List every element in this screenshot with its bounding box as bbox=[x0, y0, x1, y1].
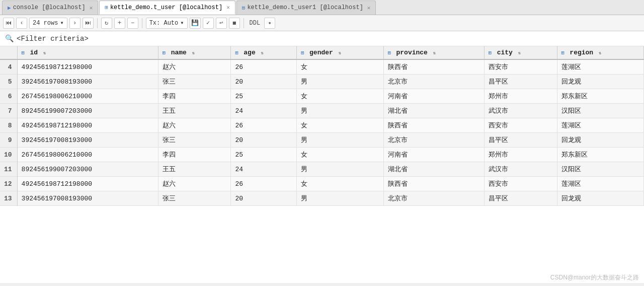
col-province[interactable]: ⊞ province ⇅ bbox=[383, 46, 484, 59]
col-rownum bbox=[0, 46, 17, 59]
nav-prev-button[interactable]: ‹ bbox=[16, 18, 27, 29]
cell-age: 20 bbox=[231, 75, 297, 89]
col-id-label: id bbox=[30, 49, 38, 56]
data-table: ⊞ id ⇅ ⊞ name ⇅ ⊞ age ⇅ ⊞ gender ⇅ bbox=[0, 46, 644, 206]
table-row[interactable]: 10 267456198006210000 李四 25 女 河南省 郑州市 郑东… bbox=[0, 148, 644, 162]
col-age-label: age bbox=[244, 49, 255, 56]
separator-2 bbox=[142, 18, 142, 28]
col-city[interactable]: ⊞ city ⇅ bbox=[484, 46, 557, 59]
col-id-sort[interactable]: ⇅ bbox=[43, 51, 46, 56]
table-row[interactable]: 8 492456198712198000 赵六 26 女 陕西省 西安市 莲湖区 bbox=[0, 118, 644, 133]
cell-gender: 男 bbox=[297, 75, 383, 89]
col-age[interactable]: ⊞ age ⇅ bbox=[231, 46, 297, 59]
cell-city: 昌平区 bbox=[484, 191, 557, 206]
col-name-icon: ⊞ bbox=[163, 50, 166, 56]
cell-age: 26 bbox=[231, 177, 297, 191]
cell-region: 汉阳区 bbox=[557, 104, 643, 118]
console-icon: ▶ bbox=[8, 5, 11, 11]
cell-province: 陕西省 bbox=[383, 118, 484, 133]
rows-dropdown[interactable]: 24 rows ▾ bbox=[29, 18, 67, 29]
table-row[interactable]: 5 392456197008193000 张三 20 男 北京市 昌平区 回龙观 bbox=[0, 75, 644, 89]
nav-first-button[interactable]: ⏮ bbox=[3, 18, 14, 29]
table-row[interactable]: 9 392456197008193000 张三 20 男 北京市 昌平区 回龙观 bbox=[0, 133, 644, 148]
tab-bar: ▶ console [@localhost] ✕ ⊞ kettle_demo.t… bbox=[0, 0, 644, 15]
cell-province: 北京市 bbox=[383, 133, 484, 148]
cell-rownum: 11 bbox=[0, 162, 17, 177]
col-region[interactable]: ⊞ region ⇅ bbox=[557, 46, 643, 59]
ddl-settings-button[interactable]: ✦ bbox=[264, 18, 275, 29]
nav-last-button[interactable]: ⏭ bbox=[83, 18, 94, 29]
filter-bar: 🔍 <Filter criteria> bbox=[0, 31, 644, 46]
tab-console-close[interactable]: ✕ bbox=[90, 5, 93, 11]
col-region-icon: ⊞ bbox=[561, 50, 565, 56]
cell-name: 张三 bbox=[158, 133, 231, 148]
col-province-icon: ⊞ bbox=[388, 50, 391, 56]
cell-age: 20 bbox=[231, 191, 297, 206]
col-gender-sort[interactable]: ⇅ bbox=[339, 51, 341, 56]
tab-t-user1-close[interactable]: ✕ bbox=[367, 5, 371, 11]
cell-rownum: 4 bbox=[0, 59, 17, 75]
table-row[interactable]: 12 492456198712198000 赵六 26 女 陕西省 西安市 莲湖… bbox=[0, 177, 644, 191]
tab-t-user1-label: kettle_demo.t_user1 [@localhost] bbox=[247, 4, 363, 11]
cell-city: 昌平区 bbox=[484, 133, 557, 148]
cell-rownum: 5 bbox=[0, 75, 17, 89]
table-row[interactable]: 6 267456198006210000 李四 25 女 河南省 郑州市 郑东新… bbox=[0, 89, 644, 104]
table-container[interactable]: ⊞ id ⇅ ⊞ name ⇅ ⊞ age ⇅ ⊞ gender ⇅ bbox=[0, 46, 644, 283]
cell-gender: 女 bbox=[297, 89, 383, 104]
tab-t-user1[interactable]: ⊞ kettle_demo.t_user1 [@localhost] ✕ bbox=[236, 1, 376, 15]
tx-label: Tx: Auto bbox=[149, 20, 179, 27]
cell-age: 25 bbox=[231, 89, 297, 104]
cell-name: 赵六 bbox=[158, 118, 231, 133]
cancel-button[interactable]: ◼ bbox=[229, 18, 240, 29]
refresh-button[interactable]: ↻ bbox=[101, 18, 112, 29]
cell-name: 张三 bbox=[158, 191, 231, 206]
toolbar: ⏮ ‹ 24 rows ▾ › ⏭ ↻ + − Tx: Auto ▾ 💾 ✓ ↩… bbox=[0, 15, 644, 31]
cell-gender: 女 bbox=[297, 148, 383, 162]
tab-t-user[interactable]: ⊞ kettle_demo.t_user [@localhost] ✕ bbox=[99, 1, 235, 15]
t-user1-icon: ⊞ bbox=[242, 5, 246, 11]
add-row-button[interactable]: + bbox=[114, 18, 125, 29]
cell-age: 25 bbox=[231, 148, 297, 162]
cell-id: 892456199007203000 bbox=[17, 104, 158, 118]
cell-city: 西安市 bbox=[484, 59, 557, 75]
col-age-icon: ⊞ bbox=[235, 50, 238, 56]
table-row[interactable]: 4 492456198712198000 赵六 26 女 陕西省 西安市 莲湖区 bbox=[0, 59, 644, 75]
ddl-label[interactable]: DDL bbox=[248, 20, 263, 27]
table-row[interactable]: 11 892456199007203000 王五 24 男 湖北省 武汉市 汉阳… bbox=[0, 162, 644, 177]
table-row[interactable]: 7 892456199007203000 王五 24 男 湖北省 武汉市 汉阳区 bbox=[0, 104, 644, 118]
cell-gender: 男 bbox=[297, 191, 383, 206]
col-gender[interactable]: ⊞ gender ⇅ bbox=[297, 46, 383, 59]
cell-name: 王五 bbox=[158, 104, 231, 118]
col-region-sort[interactable]: ⇅ bbox=[599, 51, 601, 56]
cell-name: 王五 bbox=[158, 162, 231, 177]
save-button[interactable]: 💾 bbox=[190, 18, 201, 29]
col-name-label: name bbox=[171, 49, 187, 56]
col-name-sort[interactable]: ⇅ bbox=[192, 51, 195, 56]
delete-row-button[interactable]: − bbox=[127, 18, 138, 29]
cell-id: 492456198712198000 bbox=[17, 177, 158, 191]
nav-next-button[interactable]: › bbox=[69, 18, 80, 29]
col-age-sort[interactable]: ⇅ bbox=[261, 51, 264, 56]
tx-dropdown[interactable]: Tx: Auto ▾ bbox=[146, 18, 188, 29]
col-province-sort[interactable]: ⇅ bbox=[433, 51, 436, 56]
undo-button[interactable]: ↩ bbox=[216, 18, 227, 29]
cell-id: 892456199007203000 bbox=[17, 162, 158, 177]
cell-name: 赵六 bbox=[158, 59, 231, 75]
col-name[interactable]: ⊞ name ⇅ bbox=[158, 46, 231, 59]
cell-gender: 女 bbox=[297, 59, 383, 75]
table-row[interactable]: 13 392456197008193000 张三 20 男 北京市 昌平区 回龙… bbox=[0, 191, 644, 206]
cell-city: 武汉市 bbox=[484, 104, 557, 118]
col-city-sort[interactable]: ⇅ bbox=[518, 51, 521, 56]
rows-count-label: 24 rows bbox=[33, 20, 58, 27]
watermark: CSDN@manor的大数据奋斗之路 bbox=[550, 273, 639, 282]
tab-t-user-close[interactable]: ✕ bbox=[226, 4, 230, 11]
cell-age: 24 bbox=[231, 162, 297, 177]
cell-id: 392456197008193000 bbox=[17, 133, 158, 148]
tab-console[interactable]: ▶ console [@localhost] ✕ bbox=[2, 1, 98, 15]
cell-city: 西安市 bbox=[484, 177, 557, 191]
col-gender-label: gender bbox=[309, 49, 333, 56]
t-user-icon: ⊞ bbox=[105, 4, 108, 11]
separator-1 bbox=[97, 18, 98, 28]
col-id[interactable]: ⊞ id ⇅ bbox=[17, 46, 158, 59]
check-button[interactable]: ✓ bbox=[203, 18, 214, 29]
